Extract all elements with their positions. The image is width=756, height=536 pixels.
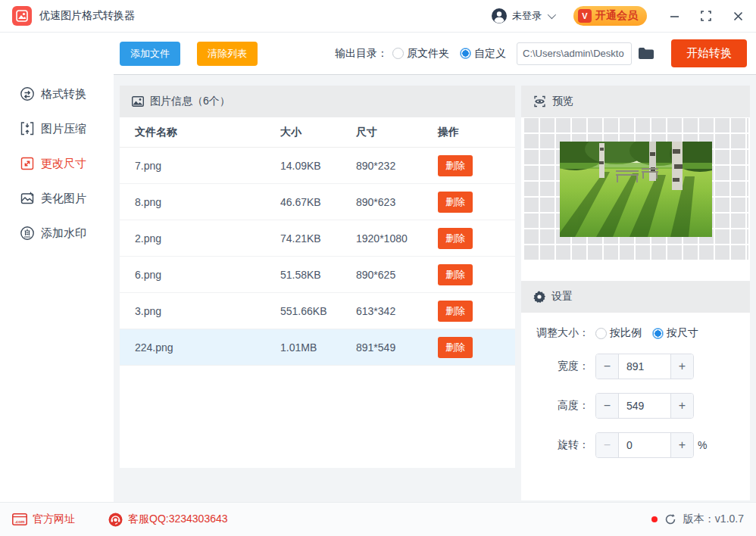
file-dims: 891*549 <box>356 341 438 354</box>
check-update-button[interactable] <box>664 513 676 525</box>
start-convert-button[interactable]: 开始转换 <box>671 39 747 67</box>
file-size: 74.21KB <box>280 232 356 245</box>
height-stepper: − 549 + <box>595 393 694 419</box>
add-files-button[interactable]: 添加文件 <box>120 42 180 66</box>
preview-eye-icon <box>533 95 546 108</box>
rotate-suffix: % <box>698 439 707 451</box>
file-dims: 890*623 <box>356 196 438 208</box>
resize-mode-row: 调整大小： 按比例 按尺寸 <box>521 326 750 340</box>
sidebar-item-label: 图片压缩 <box>41 122 86 136</box>
rotate-decrement-button[interactable]: − <box>596 433 619 457</box>
height-value[interactable]: 549 <box>619 394 670 418</box>
file-dims: 1920*1080 <box>356 232 438 245</box>
preview-title: 预览 <box>552 95 573 108</box>
close-button[interactable] <box>732 10 744 22</box>
radio-custom-folder-icon[interactable] <box>460 48 471 59</box>
app-logo-icon <box>12 6 32 26</box>
sidebar-item-format-convert[interactable]: 格式转换 <box>0 78 114 110</box>
radio-by-ratio-icon[interactable] <box>595 328 607 339</box>
file-size: 14.09KB <box>280 160 356 172</box>
settings-panel-header: 设置 <box>521 281 750 313</box>
width-decrement-button[interactable]: − <box>596 354 619 379</box>
website-icon: .com <box>12 513 27 525</box>
table-row[interactable]: 8.png 46.67KB 890*623 删除 <box>120 184 515 220</box>
browse-folder-button[interactable] <box>638 47 654 60</box>
file-name: 8.png <box>120 196 280 208</box>
delete-button[interactable]: 删除 <box>438 264 473 285</box>
chevron-down-icon <box>548 11 556 19</box>
delete-button[interactable]: 删除 <box>438 192 473 213</box>
radio-custom-folder[interactable]: 自定义 <box>460 47 506 61</box>
width-value[interactable]: 891 <box>619 354 670 379</box>
title-bar: 优速图片格式转换器 未登录 V 开通会员 <box>0 0 756 33</box>
app-title: 优速图片格式转换器 <box>39 9 135 23</box>
table-row[interactable]: 7.png 14.09KB 890*232 删除 <box>120 148 515 184</box>
gear-icon <box>533 291 545 303</box>
file-size: 551.66KB <box>280 305 356 317</box>
output-path-input[interactable] <box>517 42 632 65</box>
file-dims: 890*232 <box>356 160 438 172</box>
file-size: 1.01MB <box>280 341 356 354</box>
resize-icon <box>20 156 35 171</box>
official-website-link[interactable]: .com 官方网址 <box>12 513 75 526</box>
radio-by-size[interactable]: 按尺寸 <box>652 326 698 340</box>
width-stepper: − 891 + <box>595 354 694 379</box>
file-name: 6.png <box>120 269 280 281</box>
toolbar: 添加文件 清除列表 输出目录： 原文件夹 自定义 开始转换 <box>114 33 756 75</box>
table-row-selected[interactable]: 224.png 1.01MB 891*549 删除 <box>120 329 515 366</box>
settings-title: 设置 <box>551 290 573 304</box>
rotate-label: 旋转： <box>532 438 589 452</box>
radio-source-folder[interactable]: 原文件夹 <box>392 47 449 61</box>
app-window: 优速图片格式转换器 未登录 V 开通会员 <box>0 0 756 536</box>
file-size: 51.58KB <box>280 269 356 281</box>
minimize-button[interactable] <box>668 10 680 22</box>
file-name: 3.png <box>120 305 280 317</box>
file-name: 224.png <box>120 341 280 354</box>
file-list-panel-header: 图片信息（6个） <box>120 86 515 117</box>
customer-service-link[interactable]: 客服QQ:3234303643 <box>108 513 228 527</box>
sidebar-item-label: 美化图片 <box>41 192 86 206</box>
version-label: 版本：v1.0.7 <box>683 513 744 526</box>
right-panel: 预览 <box>521 86 750 500</box>
rotate-value[interactable]: 0 <box>619 433 670 457</box>
rotate-row: 旋转： − 0 + % <box>521 432 750 458</box>
radio-source-folder-icon[interactable] <box>392 48 404 59</box>
customer-service-label: 客服QQ:3234303643 <box>128 513 228 526</box>
height-decrement-button[interactable]: − <box>596 394 619 418</box>
table-row[interactable]: 6.png 51.58KB 890*625 删除 <box>120 257 515 293</box>
file-dims: 613*342 <box>356 305 438 317</box>
open-vip-button[interactable]: V 开通会员 <box>573 6 647 26</box>
sidebar-item-compress[interactable]: 图片压缩 <box>0 113 114 145</box>
table-row[interactable]: 3.png 551.66KB 613*342 删除 <box>120 293 515 329</box>
delete-button[interactable]: 删除 <box>438 155 473 176</box>
compress-icon <box>20 121 35 136</box>
folder-icon <box>638 47 654 60</box>
sidebar-item-resize[interactable]: 更改尺寸 <box>0 148 114 179</box>
file-list-panel: 图片信息（6个） 文件名称 大小 尺寸 操作 7.png 14.09KB 890… <box>120 86 515 468</box>
vip-button-label: 开通会员 <box>595 9 638 23</box>
headset-icon <box>108 513 123 527</box>
login-menu[interactable]: 未登录 <box>491 8 554 24</box>
width-label: 宽度： <box>532 360 589 373</box>
height-increment-button[interactable]: + <box>670 394 693 418</box>
sidebar-item-beautify[interactable]: 美化图片 <box>0 182 114 214</box>
footer-bar: .com 官方网址 客服QQ:3234303643 版本：v1.0.7 <box>0 502 756 536</box>
maximize-button[interactable] <box>700 10 712 22</box>
radio-by-ratio[interactable]: 按比例 <box>595 326 642 340</box>
delete-button[interactable]: 删除 <box>438 337 473 358</box>
delete-button[interactable]: 删除 <box>438 301 473 322</box>
watermark-icon <box>20 226 35 241</box>
sidebar-item-watermark[interactable]: 添加水印 <box>0 217 114 249</box>
radio-by-size-icon[interactable] <box>652 328 664 339</box>
col-header-name: 文件名称 <box>120 126 280 139</box>
rotate-increment-button[interactable]: + <box>670 433 693 457</box>
clear-list-button[interactable]: 清除列表 <box>197 42 258 66</box>
sidebar-item-label: 添加水印 <box>41 226 86 241</box>
preview-panel-header: 预览 <box>521 86 750 117</box>
width-increment-button[interactable]: + <box>670 354 693 379</box>
status-dot <box>651 516 658 522</box>
file-name: 2.png <box>120 232 280 245</box>
user-avatar-icon <box>491 8 508 24</box>
table-row[interactable]: 2.png 74.21KB 1920*1080 删除 <box>120 220 515 257</box>
delete-button[interactable]: 删除 <box>438 228 473 249</box>
